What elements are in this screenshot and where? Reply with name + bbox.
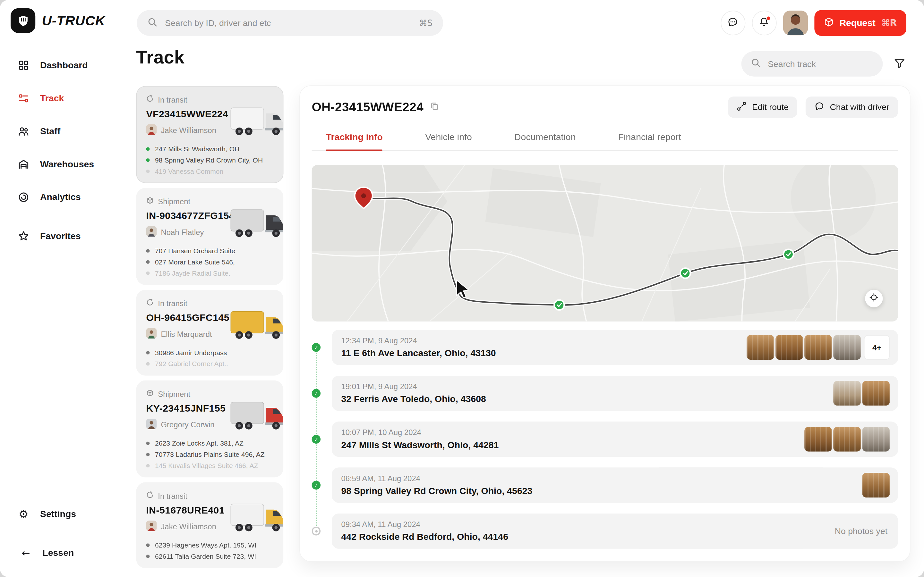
locate-button[interactable]: [865, 290, 883, 308]
filter-button[interactable]: [893, 57, 906, 72]
sidebar-item-settings[interactable]: ⚙ Settings: [0, 500, 124, 529]
shipment-box-icon: [146, 197, 154, 206]
global-search[interactable]: ⌘S: [137, 10, 443, 36]
route-map[interactable]: [312, 165, 898, 322]
driver-name: Jake Williamson: [161, 126, 216, 135]
in-transit-icon: [146, 95, 154, 104]
photo-thumbnail[interactable]: [862, 381, 890, 406]
check-glyph: ✓: [314, 344, 318, 350]
driver-avatar: [146, 124, 157, 137]
stop-dot: [146, 249, 150, 253]
shipment-card[interactable]: In transit OH-96415GFC145 Ellis Marquard…: [136, 290, 283, 376]
stop-item: 2623 Zoie Locks Apt. 381, AZ: [146, 440, 274, 447]
logo[interactable]: U-TRUCK: [11, 8, 105, 33]
analytics-icon: [18, 191, 29, 203]
stop-address: 6239 Hagenes Ways Apt. 195, WI: [155, 542, 256, 549]
track-search[interactable]: [741, 51, 883, 77]
photo-thumbnail[interactable]: [804, 427, 832, 452]
sidebar-item-track[interactable]: Track: [0, 82, 124, 115]
stop-dot: [146, 453, 150, 456]
stop-dot: [146, 260, 150, 264]
shield-logo-icon: [11, 8, 35, 33]
stop-item: 027 Morar Lake Suite 546,: [146, 258, 274, 266]
detail-header: OH-23415WWE224 Edit route Chat with driv…: [312, 97, 898, 118]
timeline-address: 32 Ferris Ave Toledo, Ohio, 43608: [341, 394, 486, 405]
checkpoint-done-icon: ✓: [312, 389, 321, 398]
user-avatar[interactable]: [783, 11, 808, 35]
stop-dot: [146, 362, 150, 366]
timeline-address: 442 Rockside Rd Bedford, Ohio, 44146: [341, 532, 508, 542]
track-icon: [18, 92, 29, 104]
stop-address: 7186 Jayde Radial Suite.: [155, 269, 230, 277]
tab-documentation[interactable]: Documentation: [514, 132, 576, 150]
photo-thumbnail[interactable]: [804, 335, 832, 359]
timeline-item: ✓ 06:59 AM, 11 Aug 2024 98 Spring Valley…: [332, 467, 898, 503]
shipment-status: Shipment: [158, 197, 190, 206]
more-photos-badge[interactable]: 4+: [864, 335, 890, 359]
truck-image: [230, 396, 283, 438]
edit-route-label: Edit route: [752, 103, 788, 112]
sidebar-collapse-button[interactable]: ← Lessen: [0, 539, 124, 566]
timeline-card: 10:07 PM, 10 Aug 2024 247 Mills St Wadsw…: [332, 422, 898, 457]
detail-shipment-id: OH-23415WWE224: [312, 100, 424, 114]
edit-route-button[interactable]: Edit route: [728, 97, 798, 118]
shipment-card[interactable]: Shipment IN-9034677ZFG154 Noah Flatley: [136, 188, 283, 285]
back-arrow-icon: ←: [20, 548, 32, 558]
star-icon: [18, 230, 29, 242]
sidebar: Dashboard Track Staff Warehouses Analyti…: [0, 41, 124, 577]
route-icon: [737, 101, 746, 113]
search-icon: [147, 17, 157, 29]
sidebar-item-favorites[interactable]: Favorites: [0, 219, 124, 253]
messages-button[interactable]: [720, 11, 745, 35]
stop-address: 62611 Talia Garden Suite 723, WI: [155, 553, 256, 560]
sidebar-item-staff[interactable]: Staff: [0, 115, 124, 148]
checkpoint-done-icon: ✓: [312, 481, 321, 490]
copy-icon[interactable]: [430, 102, 439, 113]
shipment-status: Shipment: [158, 390, 190, 398]
photo-thumbnail[interactable]: [746, 335, 774, 359]
track-search-input[interactable]: [767, 59, 873, 69]
stop-dot: [146, 147, 150, 151]
dashboard-icon: [18, 60, 29, 71]
sidebar-item-dashboard[interactable]: Dashboard: [0, 49, 124, 82]
photo-thumbnail[interactable]: [775, 335, 803, 359]
photo-strip: 4+: [746, 335, 890, 359]
photo-thumbnail[interactable]: [833, 427, 861, 452]
sidebar-item-label: Dashboard: [40, 60, 88, 71]
sidebar-item-warehouses[interactable]: Warehouses: [0, 148, 124, 181]
stop-item: 62611 Talia Garden Suite 723, WI: [146, 553, 274, 560]
stop-list: 30986 Jamir Underpass 792 Gabriel Corner…: [146, 349, 274, 367]
photo-thumbnail[interactable]: [833, 381, 861, 406]
tab-vehicle-info[interactable]: Vehicle info: [425, 132, 472, 150]
tab-tracking-info[interactable]: Tracking info: [326, 132, 383, 150]
photo-thumbnail[interactable]: [862, 427, 890, 452]
shipment-list: In transit VF23415WWE224 Jake Williamson: [136, 86, 283, 568]
shipment-card[interactable]: In transit VF23415WWE224 Jake Williamson: [136, 86, 283, 183]
request-button[interactable]: Request ⌘R: [814, 10, 906, 36]
chat-with-driver-button[interactable]: Chat with driver: [806, 97, 898, 118]
notifications-button[interactable]: [752, 11, 776, 35]
checkpoint-done-icon: ✓: [312, 435, 321, 444]
stop-list: 707 Hansen Orchard Suite 027 Morar Lake …: [146, 247, 274, 277]
shipment-card[interactable]: Shipment KY-23415JNF155 Gregory Corwin: [136, 380, 283, 478]
sidebar-item-analytics[interactable]: Analytics: [0, 181, 124, 214]
checkpoint-pending-icon: [312, 527, 321, 536]
shipment-card[interactable]: In transit IN-51678URE401 Jake Williamso…: [136, 482, 283, 568]
timeline-address: 247 Mills St Wadsworth, Ohio, 44281: [341, 440, 499, 450]
timeline-time: 09:34 AM, 11 Aug 2024: [341, 520, 508, 529]
tab-financial-report[interactable]: Financial report: [618, 132, 681, 150]
tracking-timeline: ✓ 12:34 PM, 9 Aug 2024 11 E 6th Ave Lanc…: [312, 330, 898, 549]
photo-strip: [804, 427, 890, 452]
photo-thumbnail[interactable]: [862, 473, 890, 498]
search-icon: [751, 58, 761, 70]
stop-list: 247 Mills St Wadsworth, OH 98 Spring Val…: [146, 145, 274, 175]
global-search-input[interactable]: [164, 18, 413, 28]
photo-thumbnail[interactable]: [833, 335, 861, 359]
truck-image: [230, 204, 283, 246]
detail-actions: Edit route Chat with driver: [728, 97, 898, 118]
stop-dot: [146, 271, 150, 275]
stop-dot: [146, 351, 150, 355]
sidebar-item-label: Settings: [40, 509, 76, 519]
timeline-time: 12:34 PM, 9 Aug 2024: [341, 336, 496, 345]
gear-icon: ⚙: [18, 508, 29, 520]
